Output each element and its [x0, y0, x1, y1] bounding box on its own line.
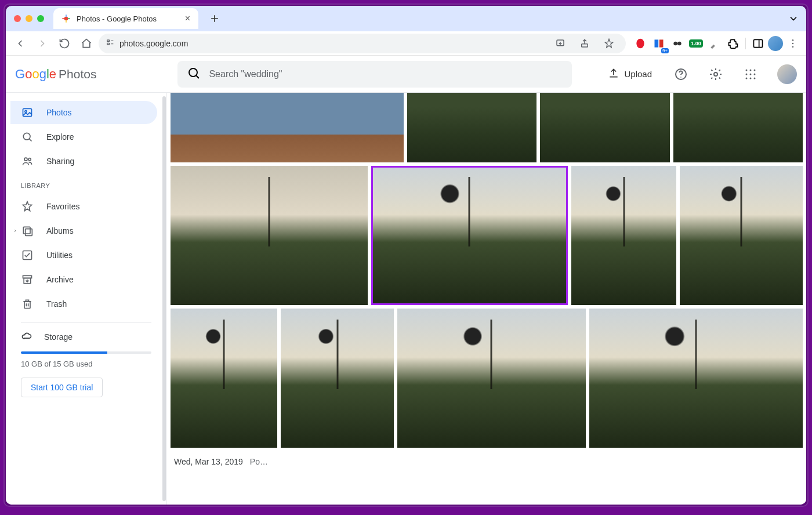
svg-point-18 [746, 69, 748, 71]
trash-icon [21, 298, 34, 310]
sidebar-item-archive[interactable]: Archive [10, 268, 157, 291]
svg-point-0 [64, 17, 67, 20]
storage-used-text: 10 GB of 15 GB used [21, 360, 151, 368]
reload-button[interactable] [55, 34, 74, 53]
svg-rect-2 [107, 43, 110, 45]
sidebar-item-photos[interactable]: Photos [10, 101, 157, 124]
search-icon [21, 131, 34, 143]
app-header: Google Photos Upload [6, 56, 806, 93]
archive-icon [21, 274, 34, 285]
storage-bar [21, 351, 151, 354]
svg-point-8 [673, 41, 677, 45]
svg-point-21 [746, 73, 748, 75]
photo-thumbnail[interactable] [571, 166, 676, 305]
sidebar-scrollbar[interactable] [162, 96, 166, 501]
upload-icon [608, 67, 619, 81]
close-tab-button[interactable]: × [185, 13, 190, 24]
sidebar-item-label: Albums [46, 226, 74, 235]
photo-thumbnail[interactable] [589, 309, 803, 448]
svg-point-17 [714, 72, 717, 76]
storage-label: Storage [44, 332, 72, 342]
sidepanel-icon[interactable] [749, 35, 767, 52]
people-icon [21, 155, 34, 167]
home-button[interactable] [77, 34, 96, 53]
search-input[interactable] [209, 69, 563, 79]
tab-strip: Photos - Google Photos × [6, 6, 806, 31]
upload-button[interactable]: Upload [602, 64, 658, 84]
photo-thumbnail[interactable] [171, 166, 368, 305]
profile-avatar-browser[interactable] [768, 36, 783, 51]
svg-point-9 [677, 41, 682, 45]
library-section-label: LIBRARY [10, 174, 162, 194]
extension-opera[interactable] [632, 35, 649, 52]
album-icon [21, 225, 34, 237]
photo-thumbnail[interactable] [397, 309, 586, 448]
url-input[interactable]: photos.google.com [99, 34, 626, 53]
photo-thumbnail[interactable] [407, 93, 536, 162]
address-bar: photos.google.com 1.00 [6, 31, 806, 56]
svg-point-31 [28, 158, 31, 161]
extension-green[interactable]: 1.00 [687, 35, 705, 52]
install-app-icon[interactable] [550, 34, 570, 53]
sidebar-item-storage[interactable]: Storage [21, 330, 151, 343]
apps-grid-button[interactable] [739, 63, 762, 86]
svg-point-12 [792, 42, 794, 44]
new-tab-button[interactable] [206, 10, 223, 27]
date-text: Wed, Mar 13, 2019 [174, 457, 243, 466]
share-icon[interactable] [575, 34, 594, 53]
kebab-menu-icon[interactable] [784, 35, 802, 52]
site-settings-icon[interactable] [106, 38, 115, 49]
sidebar-item-label: Explore [46, 132, 74, 142]
tab-search-button[interactable] [785, 10, 802, 27]
svg-point-23 [754, 73, 756, 75]
browser-tab[interactable]: Photos - Google Photos × [53, 8, 198, 29]
photo-thumbnail[interactable] [673, 93, 803, 162]
search-icon [187, 66, 201, 82]
extension-brush[interactable] [706, 35, 723, 52]
photo-thumbnail[interactable] [540, 93, 669, 162]
star-icon [21, 201, 34, 212]
close-window-button[interactable] [14, 15, 21, 22]
svg-point-5 [636, 38, 644, 48]
sidebar-item-utilities[interactable]: Utilities [10, 244, 157, 267]
svg-point-26 [754, 77, 756, 79]
svg-point-11 [792, 39, 794, 41]
checkbox-icon [21, 249, 34, 261]
start-trial-button[interactable]: Start 100 GB trial [21, 378, 103, 397]
extension-splitscreen[interactable] [650, 35, 668, 52]
bookmark-icon[interactable] [599, 34, 619, 53]
storage-bar-fill [21, 351, 107, 354]
maximize-window-button[interactable] [37, 15, 44, 22]
svg-rect-32 [23, 227, 30, 234]
help-button[interactable] [669, 63, 693, 86]
sidebar-item-trash[interactable]: Trash [10, 292, 157, 315]
svg-rect-4 [582, 43, 588, 46]
photo-thumbnail[interactable] [680, 166, 803, 305]
search-box[interactable] [177, 61, 572, 88]
trial-button-label: Start 100 GB trial [31, 383, 93, 392]
photo-thumbnail[interactable] [171, 309, 277, 448]
sidebar-item-sharing[interactable]: Sharing [10, 150, 157, 173]
back-button[interactable] [10, 34, 30, 53]
extensions-menu-icon[interactable] [724, 35, 742, 52]
extension-glasses[interactable] [669, 35, 686, 52]
svg-rect-10 [754, 39, 763, 47]
sidebar-item-favorites[interactable]: Favorites [10, 195, 157, 218]
account-avatar[interactable] [777, 64, 797, 84]
sidebar-item-label: Utilities [46, 251, 72, 260]
divider [21, 322, 151, 323]
sidebar-item-albums[interactable]: Albums [10, 219, 157, 242]
google-photos-logo[interactable]: Google Photos [15, 67, 96, 82]
sidebar-item-explore[interactable]: Explore [10, 125, 157, 148]
forward-button[interactable] [32, 34, 52, 53]
cloud-icon [21, 330, 32, 343]
settings-button[interactable] [704, 63, 727, 86]
svg-point-24 [746, 77, 748, 79]
minimize-window-button[interactable] [26, 15, 32, 22]
photo-thumbnail-selected[interactable] [371, 166, 568, 305]
photo-thumbnail[interactable] [281, 309, 394, 448]
svg-point-28 [25, 111, 27, 113]
photo-thumbnail[interactable] [171, 93, 404, 162]
svg-point-19 [750, 69, 752, 71]
svg-point-14 [189, 68, 197, 77]
